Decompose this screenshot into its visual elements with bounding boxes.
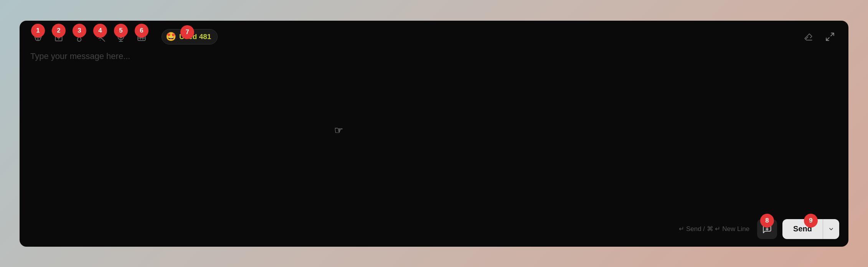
add-message-icon bbox=[762, 224, 772, 234]
upload-button-wrapper: 2 bbox=[50, 28, 68, 46]
toolbar: 1 2 3 bbox=[20, 21, 848, 50]
microphone-icon bbox=[116, 32, 126, 42]
disconnect-button-wrapper: 4 bbox=[91, 28, 109, 46]
brain-button[interactable] bbox=[29, 28, 47, 46]
brain-button-wrapper: 1 bbox=[29, 28, 47, 46]
bottom-bar: ↵ Send / ⌘ ↵ New Line 8 9 Send bbox=[20, 215, 848, 247]
send-button-group: Send bbox=[782, 219, 839, 239]
disconnect-button[interactable] bbox=[91, 28, 109, 46]
send-button-wrapper: 9 Send bbox=[782, 219, 839, 239]
used-badge-emoji: 🤩 bbox=[166, 32, 176, 42]
used-badge-wrapper: 7 🤩 Used 481 bbox=[157, 29, 218, 44]
used-badge[interactable]: 🤩 Used 481 bbox=[162, 29, 218, 44]
send-button[interactable]: Send bbox=[782, 219, 823, 239]
upload-icon bbox=[54, 32, 64, 42]
layout-icon bbox=[137, 32, 147, 42]
erase-button[interactable] bbox=[799, 28, 818, 46]
erase-icon bbox=[804, 32, 814, 42]
expand-button[interactable] bbox=[821, 28, 839, 46]
action-button-wrapper: 8 bbox=[757, 219, 777, 239]
add-message-button[interactable] bbox=[757, 219, 777, 239]
microphone-button-wrapper: 5 bbox=[112, 28, 130, 46]
svg-rect-5 bbox=[138, 33, 145, 41]
temperature-button-wrapper: 3 bbox=[70, 28, 89, 46]
microphone-button[interactable] bbox=[112, 28, 130, 46]
brain-icon bbox=[33, 32, 43, 42]
expand-icon bbox=[825, 32, 835, 42]
chevron-down-icon bbox=[828, 226, 834, 232]
layout-button-wrapper: 6 bbox=[132, 28, 151, 46]
shortcut-hint: ↵ Send / ⌘ ↵ New Line bbox=[679, 225, 749, 233]
chat-window: 1 2 3 bbox=[20, 21, 848, 247]
toolbar-right bbox=[799, 28, 839, 46]
send-dropdown-button[interactable] bbox=[823, 219, 839, 239]
temperature-button[interactable] bbox=[70, 28, 89, 46]
layout-button[interactable] bbox=[132, 28, 151, 46]
upload-button[interactable] bbox=[50, 28, 68, 46]
message-area[interactable]: Type your message here... ☞ bbox=[20, 50, 848, 215]
message-placeholder: Type your message here... bbox=[30, 51, 130, 61]
cursor: ☞ bbox=[334, 124, 343, 136]
used-badge-text: Used 481 bbox=[179, 33, 211, 41]
thermometer-icon bbox=[74, 32, 84, 42]
no-wifi-icon bbox=[95, 32, 105, 42]
